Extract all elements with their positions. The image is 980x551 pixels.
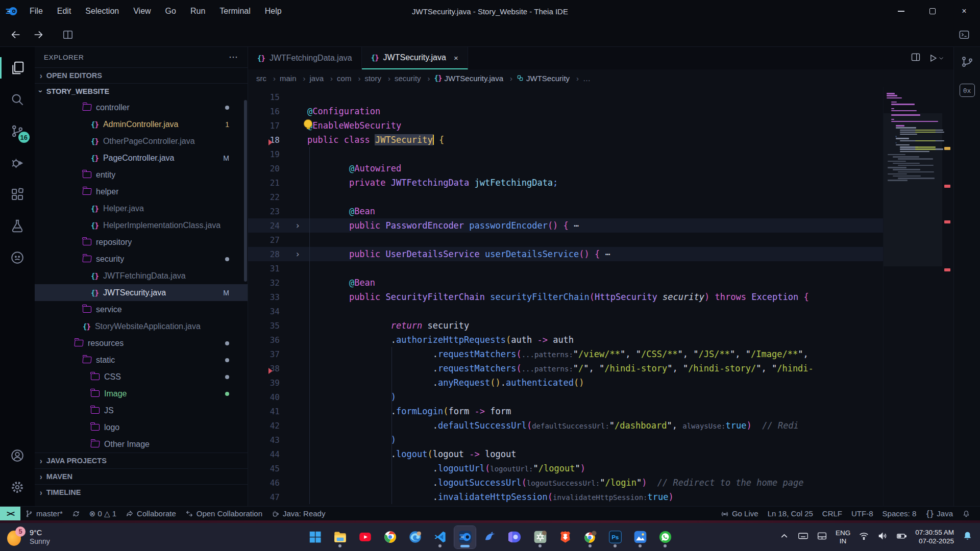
taskbar-chrome-icon[interactable] bbox=[379, 526, 401, 548]
breadcrumb-item[interactable]: story› bbox=[364, 74, 390, 83]
status-sync[interactable] bbox=[67, 507, 85, 520]
status-go-live[interactable]: Go Live bbox=[716, 507, 763, 520]
git-graph-icon[interactable] bbox=[961, 55, 974, 70]
account-icon[interactable] bbox=[0, 440, 35, 471]
code-line-16[interactable]: 16@Configuration bbox=[248, 104, 883, 118]
forward-arrow-icon[interactable] bbox=[30, 26, 47, 43]
wifi-icon[interactable] bbox=[859, 531, 869, 543]
code-line-17[interactable]: 17@EnableWebSecurity bbox=[248, 118, 883, 133]
search-icon[interactable] bbox=[0, 84, 35, 115]
minimap-viewport[interactable] bbox=[884, 113, 942, 266]
breadcrumb-item[interactable]: … bbox=[583, 74, 591, 83]
keyboard-icon[interactable] bbox=[798, 531, 808, 543]
minimap[interactable] bbox=[883, 87, 942, 506]
code-line-31[interactable]: 31 bbox=[248, 261, 883, 276]
tree-item-repository[interactable]: repository bbox=[35, 234, 248, 251]
close-button[interactable]: × bbox=[948, 0, 980, 22]
code-line-33[interactable]: 33 public SecurityFilterChain securityFi… bbox=[248, 290, 883, 304]
breadcrumb-item[interactable]: java› bbox=[310, 74, 333, 83]
tree-item-resources[interactable]: resources bbox=[35, 335, 248, 352]
explorer-more-actions-icon[interactable]: ⋯ bbox=[229, 52, 238, 63]
taskbar-whatsapp-icon[interactable] bbox=[654, 526, 676, 548]
menu-go[interactable]: Go bbox=[159, 5, 182, 18]
minimize-button[interactable] bbox=[885, 0, 917, 22]
touchpad-icon[interactable] bbox=[817, 531, 827, 543]
code-line-37[interactable]: 37 .requestMatchers(...patterns:"/view/*… bbox=[248, 347, 883, 361]
taskbar-photos-icon[interactable] bbox=[629, 526, 651, 548]
clock-widget[interactable]: 07:30:55 AM 07-02-2025 bbox=[915, 529, 954, 546]
code-line-18[interactable]: 18public class JWTSecurity { bbox=[248, 133, 883, 147]
menu-edit[interactable]: Edit bbox=[51, 5, 78, 18]
breadcrumb-item[interactable]: {}JWTSecurity.java› bbox=[434, 74, 512, 83]
tree-item-logo[interactable]: logo bbox=[35, 419, 248, 436]
code-line-46[interactable]: 46 .logoutSuccessUrl(logoutSuccessUrl:"/… bbox=[248, 475, 883, 490]
tree-item-otherpagecontroller-java[interactable]: {}OtherPageController.java bbox=[35, 133, 248, 149]
status-eol[interactable]: CRLF bbox=[818, 507, 847, 520]
tree-item-jwtsecurity-java[interactable]: {}JWTSecurity.javaM bbox=[35, 284, 248, 301]
tree-item-service[interactable]: service bbox=[35, 301, 248, 318]
tree-item-js[interactable]: JS bbox=[35, 402, 248, 419]
code-line-28[interactable]: 28› public UserDetailsService userDetail… bbox=[248, 247, 883, 261]
section-timeline[interactable]: ›TIMELINE bbox=[35, 484, 248, 500]
tree-item-storywebsiteapplication-java[interactable]: {}StoryWebsiteApplication.java bbox=[35, 318, 248, 335]
code-line-35[interactable]: 35 return security bbox=[248, 318, 883, 333]
breadcrumb-item[interactable]: src› bbox=[256, 74, 276, 83]
tree-item-static[interactable]: static bbox=[35, 352, 248, 368]
terminal-toggle-icon[interactable] bbox=[955, 26, 973, 43]
taskbar-edge-icon[interactable] bbox=[404, 526, 426, 548]
split-columns-icon[interactable] bbox=[59, 26, 77, 43]
breadcrumb-item[interactable]: security› bbox=[395, 74, 430, 83]
code-line-24[interactable]: 24› public PasswordEncoder passwordEncod… bbox=[248, 218, 883, 233]
github-icon[interactable] bbox=[0, 242, 35, 273]
status-remote[interactable]: >< bbox=[0, 507, 20, 520]
taskbar-chatgpt-icon[interactable] bbox=[529, 526, 551, 548]
tree-item-controller[interactable]: controller bbox=[35, 99, 248, 116]
tree-item-admincontroller-java[interactable]: {}AdminController.java1 bbox=[35, 116, 248, 133]
lightbulb-icon[interactable] bbox=[304, 120, 312, 128]
menu-help[interactable]: Help bbox=[259, 5, 288, 18]
status-language[interactable]: {}Java bbox=[921, 507, 958, 520]
section-java-projects[interactable]: ›JAVA PROJECTS bbox=[35, 453, 248, 468]
tray-chevron-up-icon[interactable] bbox=[779, 531, 790, 543]
tree-item-helper[interactable]: helper bbox=[35, 183, 248, 200]
tree-item-helper-java[interactable]: {}Helper.java bbox=[35, 200, 248, 217]
status-git-branch[interactable]: master* bbox=[20, 507, 67, 520]
source-control-icon[interactable]: 16 bbox=[0, 115, 35, 147]
taskbar-vscode-icon[interactable] bbox=[429, 526, 451, 548]
taskbar-dolphin-icon[interactable] bbox=[479, 526, 501, 548]
code-editor[interactable]: 1516@Configuration17@EnableWebSecurity18… bbox=[248, 87, 953, 506]
files-icon[interactable] bbox=[0, 52, 35, 84]
status-indentation[interactable]: Spaces: 8 bbox=[878, 507, 921, 520]
test-icon[interactable] bbox=[0, 210, 35, 242]
overview-ruler[interactable] bbox=[942, 87, 953, 506]
taskbar-theia-icon[interactable] bbox=[454, 526, 476, 548]
section-maven[interactable]: ›MAVEN bbox=[35, 468, 248, 484]
notification-bell-icon[interactable] bbox=[962, 531, 973, 543]
code-line-42[interactable]: 42 .defaultSuccessUrl(defaultSuccessUrl:… bbox=[248, 418, 883, 433]
run-file-icon[interactable] bbox=[928, 53, 944, 63]
tab-jwtsecurity.java[interactable]: {}JWTSecurity.java× bbox=[362, 47, 468, 69]
taskbar-youtube-icon[interactable] bbox=[354, 526, 376, 548]
sidebar-scrollbar[interactable] bbox=[244, 100, 247, 282]
open-editors-section[interactable]: › OPEN EDITORS bbox=[35, 67, 248, 83]
tree-item-jwtfetchingdata-java[interactable]: {}JWTFetchingData.java bbox=[35, 267, 248, 284]
code-line-36[interactable]: 36 .authorizeHttpRequests(auth -> auth bbox=[248, 333, 883, 347]
hex-editor-icon[interactable]: 0x bbox=[960, 84, 975, 97]
tree-item-css[interactable]: CSS bbox=[35, 368, 248, 385]
status-encoding[interactable]: UTF-8 bbox=[847, 507, 878, 520]
tree-item-entity[interactable]: entity bbox=[35, 166, 248, 183]
close-tab-icon[interactable]: × bbox=[454, 54, 458, 62]
weather-widget[interactable]: 5 9°C Sunny bbox=[0, 529, 153, 546]
status-notifications[interactable] bbox=[958, 507, 975, 520]
code-line-27[interactable]: 27 bbox=[248, 233, 883, 247]
taskbar-start-icon[interactable] bbox=[304, 526, 326, 548]
code-line-41[interactable]: 41 .formLogin(form -> form bbox=[248, 404, 883, 418]
status-cursor-position[interactable]: Ln 18, Col 25 bbox=[763, 507, 818, 520]
code-line-44[interactable]: 44 .logout(logout -> logout bbox=[248, 447, 883, 461]
menu-terminal[interactable]: Terminal bbox=[213, 5, 256, 18]
breadcrumb-item[interactable]: com› bbox=[337, 74, 360, 83]
tree-item-security[interactable]: security bbox=[35, 251, 248, 267]
workspace-root-item[interactable]: › STORY_WEBSITE bbox=[35, 83, 248, 99]
language-indicator[interactable]: ENG IN bbox=[836, 529, 850, 545]
menu-view[interactable]: View bbox=[127, 5, 157, 18]
